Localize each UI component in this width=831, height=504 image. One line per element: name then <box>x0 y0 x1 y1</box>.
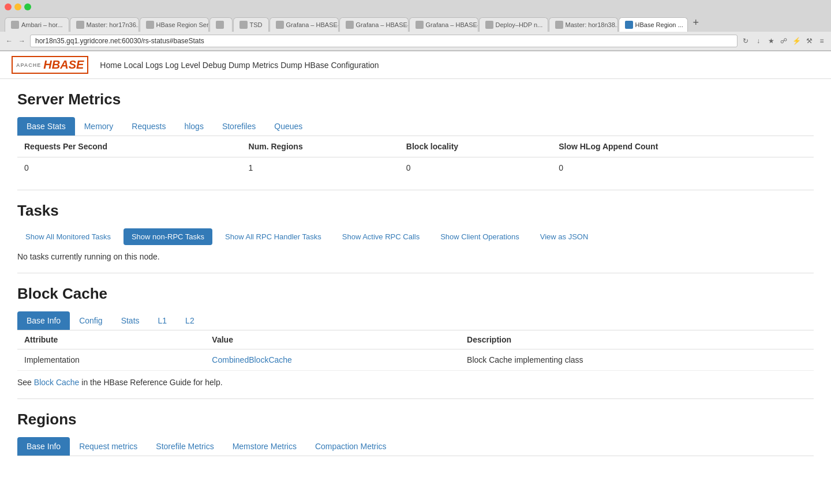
regions-tab-base-info[interactable]: Base Info <box>17 437 70 456</box>
divider-3 <box>17 398 814 399</box>
window-controls <box>5 3 31 10</box>
bc-tab-l1[interactable]: L1 <box>149 311 177 330</box>
bookmark-icon[interactable]: ☍ <box>779 36 788 46</box>
task-btn-show-active-rpc-calls[interactable]: Show Active RPC Calls <box>334 228 428 245</box>
bc-help-link[interactable]: Block Cache <box>34 378 80 387</box>
nav-debug-dump[interactable]: Debug Dump <box>203 61 250 70</box>
server-metrics-tab-memory[interactable]: Memory <box>75 117 123 136</box>
tab-favicon-0 <box>11 21 19 29</box>
bc-tab-base-info[interactable]: Base Info <box>17 311 70 330</box>
bc-tab-config[interactable]: Config <box>70 311 111 330</box>
browser-tab-1[interactable]: Master: hor17n36... <box>70 17 139 32</box>
tasks-message: No tasks currently running on this node. <box>17 252 814 261</box>
browser-tab-5[interactable]: Grafana – HBASE-... <box>269 17 339 32</box>
block-cache-table: AttributeValueDescription Implementation… <box>17 330 814 371</box>
tab-label-5: Grafana – HBASE-... <box>286 21 339 28</box>
block-cache-section: Block Cache Base InfoConfigStatsL1L2 Att… <box>17 285 814 387</box>
extension-icon[interactable]: ⚡ <box>792 36 801 46</box>
browser-tab-2[interactable]: HBase Region Serv... <box>140 17 209 32</box>
server-metrics-tab-base-stats[interactable]: Base Stats <box>17 117 75 136</box>
tab-label-9: Master: hor18n38... <box>566 21 618 28</box>
nav-metrics-dump[interactable]: Metrics Dump <box>252 61 302 70</box>
tasks-title: Tasks <box>17 202 814 220</box>
hbase-logo: APACHE HBASE <box>12 56 88 74</box>
tab-favicon-9 <box>555 21 563 29</box>
regions-section: Regions Base InfoRequest metricsStorefil… <box>17 411 814 456</box>
bc-tab-l2[interactable]: L2 <box>176 311 204 330</box>
bc-tab-stats[interactable]: Stats <box>112 311 149 330</box>
tab-label-6: Grafana – HBASE-... <box>356 21 409 28</box>
logo-apache-text: APACHE <box>16 62 41 68</box>
star-icon[interactable]: ★ <box>766 36 776 46</box>
nav-log-level[interactable]: Log Level <box>165 61 200 70</box>
sm-col-num.-regions: Num. Regions <box>242 136 399 157</box>
server-metrics-tab-queues[interactable]: Queues <box>265 117 312 136</box>
nav-hbase-config[interactable]: HBase Configuration <box>304 61 379 70</box>
tasks-section: Tasks Show All Monitored TasksShow non-R… <box>17 202 814 261</box>
bc-value-link-0[interactable]: CombinedBlockCache <box>212 355 292 364</box>
regions-tab-compaction-metrics[interactable]: Compaction Metrics <box>306 437 396 456</box>
tab-favicon-2 <box>146 21 154 29</box>
browser-tab-9[interactable]: Master: hor18n38... <box>549 17 618 32</box>
forward-icon[interactable]: → <box>17 36 27 46</box>
browser-tab-8[interactable]: Deploy–HDP n... <box>479 17 548 32</box>
tab-label-10: HBase Region ... <box>635 21 683 28</box>
task-btn-view-as-json[interactable]: View as JSON <box>532 228 597 245</box>
block-cache-help: See Block Cache in the HBase Reference G… <box>17 378 814 387</box>
divider-2 <box>17 273 814 273</box>
nav-local-logs[interactable]: Local Logs <box>124 61 163 70</box>
back-icon[interactable]: ← <box>5 36 14 46</box>
regions-tab-memstore-metrics[interactable]: Memstore Metrics <box>223 437 306 456</box>
server-metrics-tab-requests[interactable]: Requests <box>122 117 175 136</box>
regions-tab-request-metrics[interactable]: Request metrics <box>70 437 147 456</box>
task-btn-show-all-monitored-tasks[interactable]: Show All Monitored Tasks <box>17 228 119 245</box>
sm-col-requests-per-second: Requests Per Second <box>17 136 242 157</box>
server-metrics-tab-hlogs[interactable]: hlogs <box>175 117 212 136</box>
task-btn-show-client-operations[interactable]: Show Client Operations <box>432 228 527 245</box>
new-tab-button[interactable]: + <box>688 14 704 32</box>
tab-favicon-10 <box>625 21 633 29</box>
address-bar: ← → ↻ ↓ ★ ☍ ⚡ ⚒ ≡ <box>0 32 831 51</box>
download-icon[interactable]: ↓ <box>754 36 763 46</box>
tab-label-0: Ambari – hor... <box>21 21 63 28</box>
browser-tab-0[interactable]: Ambari – hor... <box>5 17 69 32</box>
task-btn-show-non-rpc-tasks[interactable]: Show non-RPC Tasks <box>123 228 212 245</box>
regions-tab-storefile-metrics[interactable]: Storefile Metrics <box>147 437 223 456</box>
sm-col-slow-hlog-append-count: Slow HLog Append Count <box>552 136 814 157</box>
app-nav: APACHE HBASE Home Local Logs Log Level D… <box>0 51 831 79</box>
reload-icon[interactable]: ↻ <box>741 36 750 46</box>
server-metrics-section: Server Metrics Base StatsMemoryRequestsh… <box>17 91 814 178</box>
tab-favicon-3 <box>216 21 224 29</box>
minimize-button[interactable] <box>14 3 21 10</box>
nav-home[interactable]: Home <box>100 61 121 70</box>
tab-label-1: Master: hor17n36... <box>87 21 139 28</box>
tab-favicon-4 <box>239 21 248 29</box>
sm-col-block-locality: Block locality <box>399 136 552 157</box>
browser-tab-6[interactable]: Grafana – HBASE-... <box>339 17 409 32</box>
browser-tab-7[interactable]: Grafana – HBASE-... <box>409 17 478 32</box>
bc-desc-0: Block Cache implementing class <box>460 349 814 371</box>
tasks-buttons: Show All Monitored TasksShow non-RPC Tas… <box>17 228 814 245</box>
sm-value-1: 1 <box>242 157 399 179</box>
browser-tab-4[interactable]: TSD <box>233 17 269 32</box>
address-input[interactable] <box>30 35 738 47</box>
bc-col-attribute: Attribute <box>17 330 205 349</box>
browser-tab-3[interactable] <box>209 17 233 32</box>
bc-value-0[interactable]: CombinedBlockCache <box>205 349 460 371</box>
bc-col-value: Value <box>205 330 460 349</box>
tab-label-7: Grafana – HBASE-... <box>426 21 478 28</box>
tab-label-8: Deploy–HDP n... <box>496 21 543 28</box>
server-metrics-table: Requests Per SecondNum. RegionsBlock loc… <box>17 136 814 178</box>
regions-tabs: Base InfoRequest metricsStorefile Metric… <box>17 437 814 456</box>
server-metrics-tab-storefiles[interactable]: Storefiles <box>213 117 265 136</box>
task-btn-show-all-rpc-handler-tasks[interactable]: Show All RPC Handler Tasks <box>217 228 330 245</box>
bc-attr-0: Implementation <box>17 349 205 371</box>
maximize-button[interactable] <box>24 3 31 10</box>
close-button[interactable] <box>5 3 12 10</box>
sm-value-0: 0 <box>17 157 242 179</box>
tab-favicon-1 <box>76 21 84 29</box>
wrench-icon[interactable]: ⚒ <box>804 36 814 46</box>
menu-icon[interactable]: ≡ <box>817 36 826 46</box>
tab-favicon-7 <box>415 21 424 29</box>
browser-tab-10[interactable]: HBase Region ...× <box>619 17 688 32</box>
